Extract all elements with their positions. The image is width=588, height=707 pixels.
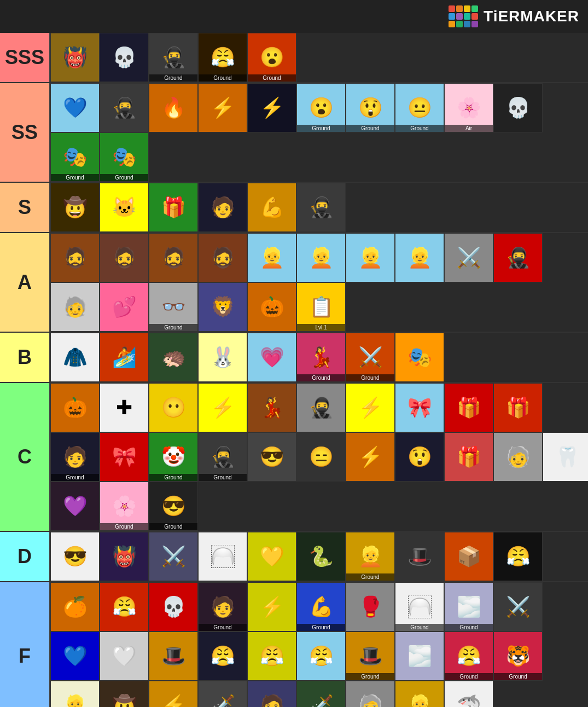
character-card-c-1-0: 🧑Ground xyxy=(50,432,100,482)
tier-content-row-a-1: 🧓💕👓Ground🦁🎃📋Lvl.1 xyxy=(50,282,588,332)
character-card-c-0-6: ⚡ xyxy=(346,383,395,432)
character-card-s-0-5: 🥷 xyxy=(296,183,346,232)
tier-content-ss: 💙🥷🔥⚡⚡😮Ground😲Ground😐Ground🌸Air💀🎭Ground🎭G… xyxy=(49,83,588,182)
tier-content-row-a-0: 🧔🧔🧔🧔👱👱👱👱⚔️🥷 xyxy=(50,233,588,282)
character-card-sss-0-1: 💀 xyxy=(100,33,149,82)
character-label: Ground xyxy=(199,74,247,82)
tier-content-c: 🎃✚😶⚡💃🥷⚡🎀🎁🎁🧑Ground🎀🤡Ground🥷Ground😎😑⚡😲🎁🧓🦷💜… xyxy=(49,383,588,531)
character-card-c-1-5: 😑 xyxy=(296,432,346,482)
character-card-c-0-4: 💃 xyxy=(247,383,296,432)
character-card-ss-1-1: 🎭Ground xyxy=(100,132,149,182)
tier-label-b: B xyxy=(0,333,49,382)
character-card-s-0-3: 🧑 xyxy=(198,183,247,232)
character-card-b-0-1: 🏄 xyxy=(100,333,149,382)
character-card-f-0-6: 🥊 xyxy=(346,582,395,631)
tier-content-row-c-2: 💜🌸Ground😎Ground xyxy=(50,482,588,531)
character-card-b-0-2: 🦔 xyxy=(149,333,198,382)
character-card-f-2-3: 🗡️Ground xyxy=(198,681,247,707)
character-label: Ground xyxy=(149,74,197,82)
character-card-a-1-4: 🎃 xyxy=(247,282,296,332)
tier-content-row-f-2: 👱Ground🤠Air⚡Ground🗡️Ground🧑🗡️Ground🧓👱🦈Su… xyxy=(50,681,588,707)
character-card-f-2-7: 👱 xyxy=(395,681,444,707)
character-card-c-2-2: 😎Ground xyxy=(149,482,198,531)
character-card-c-0-5: 🥷 xyxy=(296,383,346,432)
character-card-ss-0-9: 💀 xyxy=(493,83,543,132)
character-card-f-2-8: 🦈Supreme xyxy=(444,681,493,707)
tier-row-b: B🧥🏄🦔🐰💗💃Ground⚔️Ground🎭 xyxy=(0,333,588,383)
character-card-d-0-9: 😤 xyxy=(493,532,543,581)
character-label: Air xyxy=(445,125,493,132)
character-card-d-0-4: 💛 xyxy=(247,532,296,581)
character-card-a-0-6: 👱 xyxy=(346,233,395,282)
character-card-c-1-7: 😲 xyxy=(395,432,444,482)
character-card-b-0-0: 🧥 xyxy=(50,333,100,382)
character-card-f-1-2: 🎩 xyxy=(149,631,198,681)
character-card-f-0-5: 💪Ground xyxy=(296,582,346,631)
character-card-f-2-2: ⚡Ground xyxy=(149,681,198,707)
character-card-d-0-5: 🐍 xyxy=(296,532,346,581)
character-card-a-1-0: 🧓 xyxy=(50,282,100,332)
character-card-f-0-4: ⚡ xyxy=(247,582,296,631)
character-card-c-1-6: ⚡ xyxy=(346,432,395,482)
character-label: Ground xyxy=(395,125,444,132)
tier-row-d: D😎👹⚔️🦳💛🐍👱Ground🎩📦😤 xyxy=(0,532,588,582)
character-label: Ground xyxy=(149,324,197,331)
character-card-c-1-9: 🧓 xyxy=(493,432,543,482)
tier-row-s: S🤠🐱🎁🧑💪🥷 xyxy=(0,183,588,233)
character-card-f-2-4: 🧑 xyxy=(247,681,296,707)
character-card-ss-0-8: 🌸Air xyxy=(444,83,493,132)
character-card-d-0-1: 👹 xyxy=(100,532,149,581)
character-card-c-1-3: 🥷Ground xyxy=(198,432,247,482)
character-card-f-1-9: 🐯Ground xyxy=(493,631,543,681)
character-card-f-2-5: 🗡️Ground xyxy=(296,681,346,707)
character-card-c-1-8: 🎁 xyxy=(444,432,493,482)
tier-row-sss: SSS👹💀🥷Ground😤Ground😮Ground xyxy=(0,33,588,83)
character-label: Ground xyxy=(100,174,148,181)
character-card-f-1-3: 😤 xyxy=(198,631,247,681)
character-card-c-1-10: 🦷 xyxy=(543,432,588,482)
character-card-f-0-8: 🌫️Ground xyxy=(444,582,493,631)
character-card-b-0-6: ⚔️Ground xyxy=(346,333,395,382)
character-card-f-1-7: 🌫️ xyxy=(395,631,444,681)
character-card-d-0-2: ⚔️ xyxy=(149,532,198,581)
character-label: Ground xyxy=(248,74,296,82)
character-label: Ground xyxy=(199,624,247,631)
character-card-a-1-2: 👓Ground xyxy=(149,282,198,332)
tier-row-a: A🧔🧔🧔🧔👱👱👱👱⚔️🥷🧓💕👓Ground🦁🎃📋Lvl.1 xyxy=(0,233,588,333)
tier-label-d: D xyxy=(0,532,49,581)
character-card-ss-0-4: ⚡ xyxy=(247,83,296,132)
character-card-ss-0-3: ⚡ xyxy=(198,83,247,132)
character-card-a-0-8: ⚔️ xyxy=(444,233,493,282)
character-card-a-1-1: 💕 xyxy=(100,282,149,332)
tier-content-row-ss-0: 💙🥷🔥⚡⚡😮Ground😲Ground😐Ground🌸Air💀 xyxy=(50,83,588,132)
character-label: Ground xyxy=(100,523,148,530)
character-card-a-0-2: 🧔 xyxy=(149,233,198,282)
character-card-ss-1-0: 🎭Ground xyxy=(50,132,100,182)
tier-label-c: C xyxy=(0,383,49,531)
character-label: Ground xyxy=(445,673,493,680)
character-card-b-0-5: 💃Ground xyxy=(296,333,346,382)
tiermaker-logo: TiERMAKER xyxy=(449,5,579,27)
character-label: Ground xyxy=(297,624,345,631)
character-label: Ground xyxy=(395,624,444,631)
character-card-ss-0-7: 😐Ground xyxy=(395,83,444,132)
tier-row-f: F🍊😤💀🧑Ground⚡💪Ground🥊🦳Ground🌫️Ground⚔️💙🤍🎩… xyxy=(0,582,588,707)
tier-content-row-sss-0: 👹💀🥷Ground😤Ground😮Ground xyxy=(50,33,588,82)
character-card-f-1-5: 😤 xyxy=(296,631,346,681)
character-card-a-1-5: 📋Lvl.1 xyxy=(296,282,346,332)
character-label: Ground xyxy=(297,374,345,381)
tier-content-s: 🤠🐱🎁🧑💪🥷 xyxy=(49,183,588,232)
character-label: Ground xyxy=(346,125,394,132)
tier-label-s: S xyxy=(0,183,49,232)
tier-content-row-b-0: 🧥🏄🦔🐰💗💃Ground⚔️Ground🎭 xyxy=(50,333,588,382)
character-card-b-0-3: 🐰 xyxy=(198,333,247,382)
character-card-a-0-1: 🧔 xyxy=(100,233,149,282)
character-card-c-0-9: 🎁 xyxy=(493,383,543,432)
character-card-f-1-1: 🤍 xyxy=(100,631,149,681)
tier-label-f: F xyxy=(0,582,49,707)
character-card-s-0-2: 🎁 xyxy=(149,183,198,232)
character-card-c-0-0: 🎃 xyxy=(50,383,100,432)
character-card-s-0-1: 🐱 xyxy=(100,183,149,232)
tier-content-a: 🧔🧔🧔🧔👱👱👱👱⚔️🥷🧓💕👓Ground🦁🎃📋Lvl.1 xyxy=(49,233,588,332)
character-card-f-2-0: 👱Ground xyxy=(50,681,100,707)
